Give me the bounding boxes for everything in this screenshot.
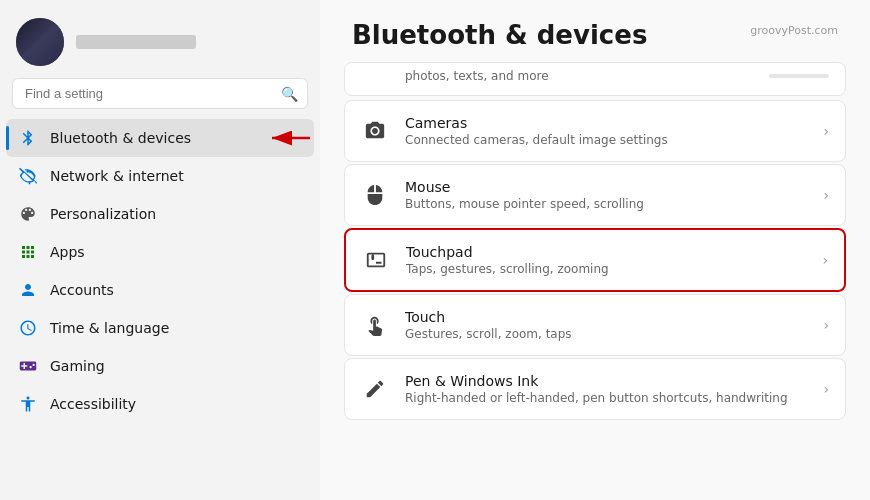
sidebar-item-accounts[interactable]: Accounts bbox=[6, 271, 314, 309]
cameras-text: Cameras Connected cameras, default image… bbox=[405, 115, 807, 147]
profile-name-blur bbox=[76, 35, 196, 49]
profile-section bbox=[0, 0, 320, 78]
sidebar-item-gaming-label: Gaming bbox=[50, 358, 302, 374]
sidebar-item-time-label: Time & language bbox=[50, 320, 302, 336]
camera-icon bbox=[361, 117, 389, 145]
main-content: Bluetooth & devices groovyPost.com photo… bbox=[320, 0, 870, 500]
settings-item-pen[interactable]: Pen & Windows Ink Right-handed or left-h… bbox=[344, 358, 846, 420]
apps-icon bbox=[18, 242, 38, 262]
nav-list: Bluetooth & devices Netw bbox=[0, 117, 320, 500]
partial-item[interactable]: photos, texts, and more bbox=[344, 62, 846, 96]
search-input[interactable] bbox=[12, 78, 308, 109]
pen-icon bbox=[361, 375, 389, 403]
cameras-chevron: › bbox=[823, 123, 829, 139]
cameras-desc: Connected cameras, default image setting… bbox=[405, 133, 807, 147]
pen-title: Pen & Windows Ink bbox=[405, 373, 807, 389]
search-icon: 🔍 bbox=[281, 86, 298, 102]
bluetooth-icon bbox=[18, 128, 38, 148]
touch-icon bbox=[361, 311, 389, 339]
settings-item-mouse[interactable]: Mouse Buttons, mouse pointer speed, scro… bbox=[344, 164, 846, 226]
app-container: 🔍 Bluetooth & devices bbox=[0, 0, 870, 500]
sidebar-item-personalization-label: Personalization bbox=[50, 206, 302, 222]
sidebar-item-network[interactable]: Network & internet bbox=[6, 157, 314, 195]
settings-item-cameras[interactable]: Cameras Connected cameras, default image… bbox=[344, 100, 846, 162]
watermark: groovyPost.com bbox=[750, 24, 838, 37]
time-icon bbox=[18, 318, 38, 338]
avatar bbox=[16, 18, 64, 66]
touch-text: Touch Gestures, scroll, zoom, taps bbox=[405, 309, 807, 341]
page-title: Bluetooth & devices bbox=[352, 20, 647, 50]
sidebar-item-time[interactable]: Time & language bbox=[6, 309, 314, 347]
mouse-title: Mouse bbox=[405, 179, 807, 195]
sidebar: 🔍 Bluetooth & devices bbox=[0, 0, 320, 500]
touchpad-title: Touchpad bbox=[406, 244, 806, 260]
accessibility-icon bbox=[18, 394, 38, 414]
accounts-icon bbox=[18, 280, 38, 300]
sidebar-item-apps-label: Apps bbox=[50, 244, 302, 260]
main-header: Bluetooth & devices groovyPost.com bbox=[320, 0, 870, 62]
touch-desc: Gestures, scroll, zoom, taps bbox=[405, 327, 807, 341]
touchpad-chevron: › bbox=[822, 252, 828, 268]
touchpad-icon bbox=[362, 246, 390, 274]
touchpad-text: Touchpad Taps, gestures, scrolling, zoom… bbox=[406, 244, 806, 276]
personalization-icon bbox=[18, 204, 38, 224]
sidebar-item-gaming[interactable]: Gaming bbox=[6, 347, 314, 385]
sidebar-item-accessibility[interactable]: Accessibility bbox=[6, 385, 314, 423]
touch-chevron: › bbox=[823, 317, 829, 333]
partial-scrollbar bbox=[769, 74, 829, 78]
pen-text: Pen & Windows Ink Right-handed or left-h… bbox=[405, 373, 807, 405]
sidebar-item-bluetooth-label: Bluetooth & devices bbox=[50, 130, 302, 146]
mouse-icon bbox=[361, 181, 389, 209]
settings-item-touchpad[interactable]: Touchpad Taps, gestures, scrolling, zoom… bbox=[344, 228, 846, 292]
touchpad-desc: Taps, gestures, scrolling, zooming bbox=[406, 262, 806, 276]
sidebar-item-bluetooth[interactable]: Bluetooth & devices bbox=[6, 119, 314, 157]
mouse-text: Mouse Buttons, mouse pointer speed, scro… bbox=[405, 179, 807, 211]
search-box[interactable]: 🔍 bbox=[12, 78, 308, 109]
sidebar-item-accessibility-label: Accessibility bbox=[50, 396, 302, 412]
gaming-icon bbox=[18, 356, 38, 376]
arrow-annotation bbox=[268, 127, 316, 149]
settings-list: photos, texts, and more Cameras Connecte… bbox=[320, 62, 870, 436]
mouse-chevron: › bbox=[823, 187, 829, 203]
sidebar-item-network-label: Network & internet bbox=[50, 168, 302, 184]
mouse-desc: Buttons, mouse pointer speed, scrolling bbox=[405, 197, 807, 211]
network-icon bbox=[18, 166, 38, 186]
cameras-title: Cameras bbox=[405, 115, 807, 131]
partial-item-desc: photos, texts, and more bbox=[405, 69, 549, 83]
sidebar-item-personalization[interactable]: Personalization bbox=[6, 195, 314, 233]
sidebar-item-accounts-label: Accounts bbox=[50, 282, 302, 298]
pen-chevron: › bbox=[823, 381, 829, 397]
sidebar-item-apps[interactable]: Apps bbox=[6, 233, 314, 271]
pen-desc: Right-handed or left-handed, pen button … bbox=[405, 391, 807, 405]
touch-title: Touch bbox=[405, 309, 807, 325]
settings-item-touch[interactable]: Touch Gestures, scroll, zoom, taps › bbox=[344, 294, 846, 356]
